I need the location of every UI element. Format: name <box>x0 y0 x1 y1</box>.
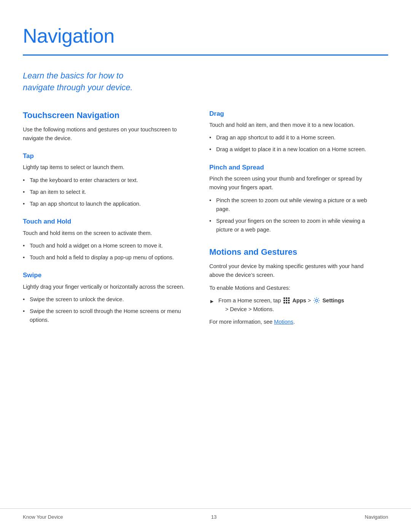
touch-hold-bullet-2: Touch and hold a field to display a pop-… <box>23 253 186 262</box>
motions-heading: Motions and Gestures <box>209 246 373 258</box>
swipe-bullet-list: Swipe the screen to unlock the device. S… <box>23 295 186 325</box>
svg-point-9 <box>315 299 318 302</box>
svg-rect-1 <box>286 297 287 299</box>
touch-hold-bullet-list: Touch and hold a widget on a Home screen… <box>23 241 186 262</box>
svg-rect-5 <box>288 300 290 301</box>
left-column: Touchscreen Navigation Use the following… <box>23 109 186 331</box>
from-home-instruction: ► From a Home screen, tap <box>209 296 373 314</box>
apps-label: Apps <box>292 297 306 304</box>
touch-hold-description: Touch and hold items on the screen to ac… <box>23 229 186 238</box>
swipe-bullet-2: Swipe the screen to scroll through the H… <box>23 307 186 324</box>
svg-rect-8 <box>288 302 290 304</box>
page-title: Navigation <box>23 21 388 51</box>
drag-bullet-2: Drag a widget to place it in a new locat… <box>209 145 373 154</box>
swipe-heading: Swipe <box>23 270 186 280</box>
title-divider <box>23 54 388 56</box>
pinch-bullet-1: Pinch the screen to zoom out while viewi… <box>209 196 373 214</box>
tap-description: Lightly tap items to select or launch th… <box>23 163 186 172</box>
touchscreen-description: Use the following motions and gestures o… <box>23 125 186 143</box>
tap-heading: Tap <box>23 151 186 161</box>
swipe-description: Lightly drag your finger vertically or h… <box>23 283 186 291</box>
device-motions-text: > Device > Motions. <box>218 306 274 312</box>
footer-page-number: 13 <box>211 513 217 521</box>
intro-line2: navigate through your device. <box>23 83 133 92</box>
enable-text: To enable Motions and Gestures: <box>209 284 373 292</box>
tap-bullet-list: Tap the keyboard to enter characters or … <box>23 176 186 209</box>
intro-line1: Learn the basics for how to <box>23 71 123 80</box>
settings-gear-icon <box>313 297 320 304</box>
drag-bullet-1: Drag an app shortcut to add it to a Home… <box>209 133 373 142</box>
footer: Know Your Device 13 Navigation <box>0 508 411 521</box>
more-info-text: For more information, see Motions. <box>209 318 373 326</box>
svg-rect-0 <box>284 297 285 299</box>
svg-rect-6 <box>284 302 285 304</box>
touch-hold-heading: Touch and Hold <box>23 217 186 227</box>
settings-label: Settings <box>322 297 344 304</box>
pinch-spread-heading: Pinch and Spread <box>209 163 373 173</box>
drag-description: Touch and hold an item, and then move it… <box>209 121 373 129</box>
footer-left: Know Your Device <box>23 513 63 521</box>
drag-bullet-list: Drag an app shortcut to add it to a Home… <box>209 133 373 154</box>
svg-rect-4 <box>286 300 287 301</box>
intro-text: Learn the basics for how to navigate thr… <box>23 70 190 94</box>
tap-bullet-1: Tap the keyboard to enter characters or … <box>23 176 186 185</box>
tap-bullet-2: Tap an item to select it. <box>23 188 186 197</box>
touch-hold-bullet-1: Touch and hold a widget on a Home screen… <box>23 241 186 250</box>
motions-section: Motions and Gestures Control your device… <box>209 246 373 326</box>
page-container: Navigation Learn the basics for how to n… <box>0 0 411 532</box>
motions-link[interactable]: Motions <box>274 319 293 325</box>
touchscreen-navigation-heading: Touchscreen Navigation <box>23 109 186 121</box>
two-column-layout: Touchscreen Navigation Use the following… <box>23 109 388 331</box>
svg-rect-2 <box>288 297 290 299</box>
motions-description: Control your device by making specific g… <box>209 262 373 280</box>
pinch-description: Pinch the screen using your thumb and fo… <box>209 174 373 192</box>
right-column: Drag Touch and hold an item, and then mo… <box>209 109 373 331</box>
arrow-icon: ► <box>209 297 215 305</box>
swipe-bullet-1: Swipe the screen to unlock the device. <box>23 295 186 304</box>
apps-icon <box>283 297 290 304</box>
tap-bullet-3: Tap an app shortcut to launch the applic… <box>23 200 186 208</box>
from-home-text: From a Home screen, tap <box>218 296 344 314</box>
pinch-bullet-list: Pinch the screen to zoom out while viewi… <box>209 196 373 235</box>
svg-rect-3 <box>284 300 285 301</box>
pinch-bullet-2: Spread your fingers on the screen to zoo… <box>209 217 373 234</box>
drag-heading: Drag <box>209 109 373 119</box>
svg-rect-7 <box>286 302 287 304</box>
footer-right: Navigation <box>365 513 388 521</box>
